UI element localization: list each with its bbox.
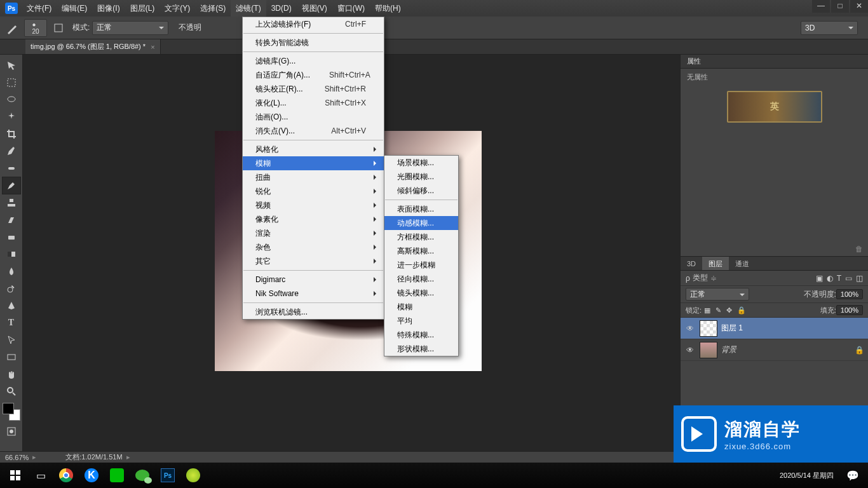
close-icon[interactable]: × — [151, 43, 154, 51]
crop-tool[interactable] — [3, 126, 20, 142]
menu-window[interactable]: 窗口(W) — [332, 0, 370, 17]
blur-item-2[interactable]: 倾斜偏移... — [384, 184, 458, 198]
brush-tool[interactable] — [3, 177, 20, 194]
brush-panel-icon[interactable] — [50, 19, 67, 37]
menu-other[interactable]: 其它 — [243, 254, 384, 268]
menu-pixelate[interactable]: 像素化 — [243, 212, 384, 226]
maximize-button[interactable]: □ — [831, 0, 849, 13]
pen-tool[interactable] — [3, 297, 20, 314]
filter-adjust-icon[interactable]: ◐ — [827, 274, 833, 283]
menu-browse-filters[interactable]: 浏览联机滤镜... — [243, 305, 384, 319]
layer-row-1[interactable]: 👁 图层 1 — [681, 318, 868, 339]
menu-help[interactable]: 帮助(H) — [370, 0, 406, 17]
history-brush-tool[interactable] — [3, 212, 20, 228]
menu-select[interactable]: 选择(S) — [195, 0, 231, 17]
filter-pixel-icon[interactable]: ▣ — [816, 274, 823, 283]
blur-item-1[interactable]: 光圈模糊... — [384, 170, 458, 184]
visibility-icon[interactable]: 👁 — [684, 346, 696, 355]
layer-row-bg[interactable]: 👁 背景 🔒 — [681, 339, 868, 361]
brush-preview-icon[interactable]: ●20 — [24, 19, 47, 37]
menu-layer[interactable]: 图层(L) — [125, 0, 160, 17]
blur-item-3[interactable]: 表面模糊... — [384, 202, 458, 216]
photoshop-taskbar-icon[interactable]: Ps — [155, 463, 180, 488]
blur-item-6[interactable]: 高斯模糊... — [384, 244, 458, 258]
blur-item-5[interactable]: 方框模糊... — [384, 230, 458, 244]
path-select-tool[interactable] — [3, 332, 20, 348]
gradient-tool[interactable] — [3, 246, 20, 262]
menu-noise[interactable]: 杂色 — [243, 240, 384, 254]
menu-filter[interactable]: 滤镜(T) — [231, 0, 266, 17]
menu-render[interactable]: 渲染 — [243, 226, 384, 240]
blur-item-8[interactable]: 径向模糊... — [384, 272, 458, 286]
menu-distort[interactable]: 扭曲 — [243, 170, 384, 184]
blend-mode-select[interactable]: 正常 — [92, 21, 168, 35]
close-button[interactable]: ✕ — [850, 0, 868, 13]
blur-item-13[interactable]: 形状模糊... — [384, 342, 458, 356]
menu-3d[interactable]: 3D(D) — [266, 0, 297, 17]
menu-vanishing-point[interactable]: 消失点(V)...Alt+Ctrl+V — [243, 124, 384, 138]
blur-item-0[interactable]: 场景模糊... — [384, 156, 458, 170]
lock-pixel-icon[interactable]: ✎ — [715, 306, 721, 315]
menu-sharpen[interactable]: 锐化 — [243, 184, 384, 198]
tool-preset-icon[interactable] — [4, 19, 22, 37]
minimize-button[interactable]: — — [812, 0, 830, 13]
blur-item-12[interactable]: 特殊模糊... — [384, 328, 458, 342]
lock-pos-icon[interactable]: ✥ — [726, 306, 732, 315]
filter-shape-icon[interactable]: ▭ — [845, 274, 852, 283]
tab-3d[interactable]: 3D — [681, 257, 702, 270]
menu-file[interactable]: 文件(F) — [22, 0, 57, 17]
menu-liquify[interactable]: 液化(L)...Shift+Ctrl+X — [243, 96, 384, 110]
heal-tool[interactable] — [3, 160, 20, 177]
eyedropper-tool[interactable] — [3, 143, 20, 159]
menu-last-filter[interactable]: 上次滤镜操作(F)Ctrl+F — [243, 17, 384, 31]
menu-filter-gallery[interactable]: 滤镜库(G)... — [243, 54, 384, 68]
blur-item-4[interactable]: 动感模糊... — [384, 216, 458, 230]
tab-channels[interactable]: 通道 — [729, 257, 756, 270]
workspace-select[interactable]: 3D — [801, 21, 858, 35]
360-icon[interactable] — [180, 463, 206, 488]
quickmask-tool[interactable] — [3, 423, 20, 440]
menu-lens-correction[interactable]: 镜头校正(R)...Shift+Ctrl+R — [243, 82, 384, 96]
kugou-icon[interactable]: K — [79, 463, 104, 488]
chrome-icon[interactable] — [53, 463, 79, 488]
fill-value[interactable]: 100% — [836, 305, 863, 315]
blur-item-9[interactable]: 镜头模糊... — [384, 286, 458, 300]
layer-blend-select[interactable]: 正常 — [686, 288, 749, 301]
color-swatches[interactable] — [3, 403, 20, 421]
marquee-tool[interactable] — [3, 74, 20, 91]
layer-opacity-value[interactable]: 100% — [836, 289, 863, 299]
start-button[interactable] — [3, 463, 28, 488]
zoom-tool[interactable] — [3, 383, 20, 400]
menu-blur[interactable]: 模糊 — [243, 156, 384, 170]
document-tab[interactable]: timg.jpg @ 66.7% (图层 1, RGB/8#) * × — [25, 39, 161, 54]
menu-adaptive-wide[interactable]: 自适应广角(A)...Shift+Ctrl+A — [243, 68, 384, 82]
menu-video[interactable]: 视频 — [243, 198, 384, 212]
taskbar-clock[interactable]: 2020/5/14 星期四 — [780, 471, 840, 480]
hand-tool[interactable] — [3, 366, 20, 383]
menu-stylize[interactable]: 风格化 — [243, 142, 384, 156]
lock-all-icon[interactable]: 🔒 — [737, 306, 746, 315]
filter-smart-icon[interactable]: ◫ — [856, 274, 863, 283]
blur-item-7[interactable]: 进一步模糊 — [384, 258, 458, 272]
move-tool[interactable] — [3, 57, 20, 74]
blur-item-11[interactable]: 平均 — [384, 314, 458, 328]
type-tool[interactable]: T — [3, 315, 20, 331]
filter-type-icon[interactable]: T — [837, 274, 841, 283]
iqiyi-icon[interactable] — [104, 463, 130, 488]
menu-oil-paint[interactable]: 油画(O)... — [243, 110, 384, 124]
blur-item-10[interactable]: 模糊 — [384, 300, 458, 314]
eraser-tool[interactable] — [3, 229, 20, 245]
lasso-tool[interactable] — [3, 92, 20, 108]
taskview-icon[interactable]: ▭ — [28, 463, 53, 488]
menu-image[interactable]: 图像(I) — [92, 0, 125, 17]
menu-nik-software[interactable]: Nik Software — [243, 287, 384, 301]
wechat-icon[interactable] — [130, 463, 155, 488]
properties-tab-label[interactable]: 属性 — [687, 57, 701, 66]
tab-layers[interactable]: 图层 — [702, 257, 729, 270]
blur-tool[interactable] — [3, 263, 20, 280]
lock-trans-icon[interactable]: ▦ — [704, 306, 710, 315]
menu-view[interactable]: 视图(V) — [297, 0, 332, 17]
zoom-level[interactable]: 66.67% — [5, 454, 29, 461]
menu-edit[interactable]: 编辑(E) — [57, 0, 92, 17]
dodge-tool[interactable] — [3, 280, 20, 297]
